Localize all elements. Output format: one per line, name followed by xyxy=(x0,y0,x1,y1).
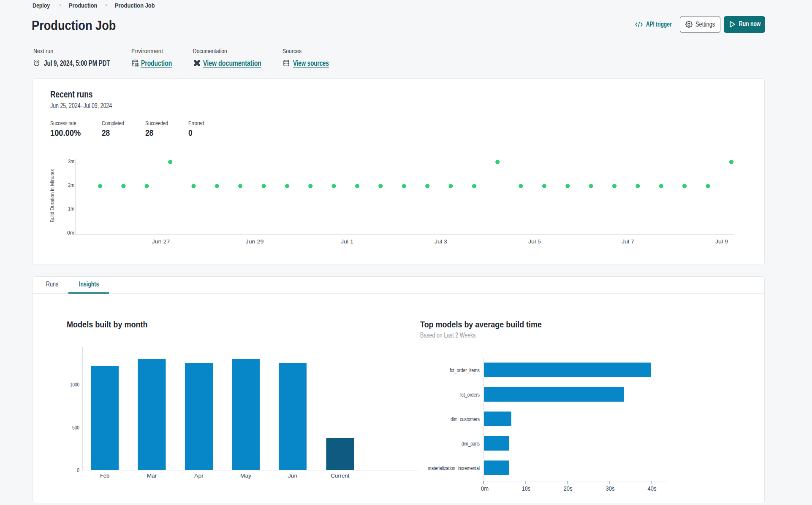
svg-text:2m: 2m xyxy=(68,182,74,188)
svg-text:1m: 1m xyxy=(68,205,74,212)
svg-text:Jun 27: Jun 27 xyxy=(152,238,170,245)
svg-text:fct_order_items: fct_order_items xyxy=(450,367,480,373)
svg-text:1000: 1000 xyxy=(70,381,79,388)
svg-text:Jul 9: Jul 9 xyxy=(715,238,728,245)
svg-text:Jul 5: Jul 5 xyxy=(528,238,541,245)
svg-text:40s: 40s xyxy=(648,485,657,492)
svg-text:0m: 0m xyxy=(67,230,74,236)
svg-text:Feb: Feb xyxy=(100,473,109,479)
svg-text:Apr: Apr xyxy=(194,473,204,479)
svg-text:0: 0 xyxy=(77,467,79,473)
svg-text:Jul 1: Jul 1 xyxy=(341,238,353,245)
svg-text:Current: Current xyxy=(331,473,350,479)
svg-text:30s: 30s xyxy=(606,485,615,492)
svg-text:dim_parts: dim_parts xyxy=(462,440,480,447)
svg-text:Jul 3: Jul 3 xyxy=(435,238,447,245)
svg-text:20s: 20s xyxy=(564,485,573,492)
svg-text:0m: 0m xyxy=(481,485,489,492)
svg-text:May: May xyxy=(240,473,252,479)
svg-text:materialization_incremental: materialization_incremental xyxy=(428,465,480,471)
svg-text:3m: 3m xyxy=(68,158,74,165)
svg-text:dim_customers: dim_customers xyxy=(451,416,480,422)
svg-text:10s: 10s xyxy=(522,485,530,492)
svg-text:Build Duration in Minutes: Build Duration in Minutes xyxy=(49,169,55,222)
svg-text:fct_orders: fct_orders xyxy=(460,392,480,398)
svg-text:Mar: Mar xyxy=(147,473,158,479)
svg-text:500: 500 xyxy=(72,424,79,431)
svg-text:Jun 29: Jun 29 xyxy=(246,238,264,245)
svg-text:Jun: Jun xyxy=(288,473,297,479)
svg-text:Jul 7: Jul 7 xyxy=(622,238,634,245)
